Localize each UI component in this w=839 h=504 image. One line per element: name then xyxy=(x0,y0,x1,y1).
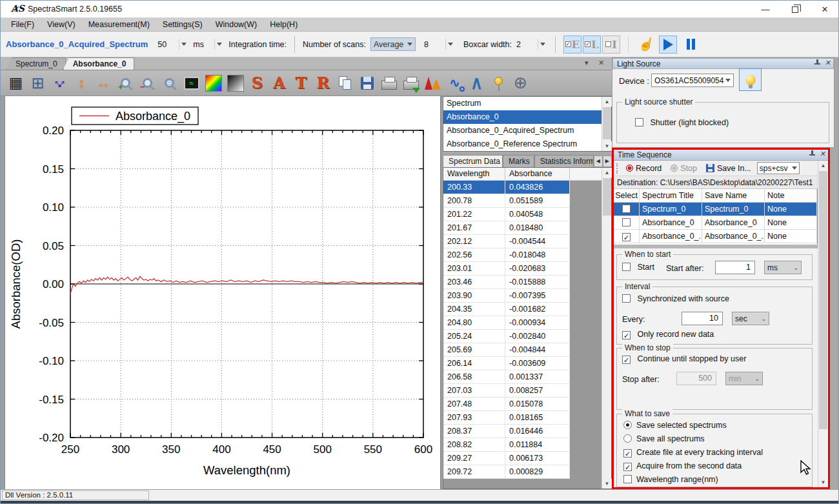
radio-0[interactable] xyxy=(623,421,632,429)
manual-acquire-button[interactable]: ☝ xyxy=(636,35,654,54)
close-panel-icon[interactable]: ✕ xyxy=(825,59,831,66)
scroll-down-icon[interactable]: ▼ xyxy=(602,141,612,151)
save-option[interactable]: ✓Create file at every tracking interval xyxy=(623,448,763,458)
scope-mode-icon[interactable]: S xyxy=(247,73,267,93)
record-button[interactable]: Record xyxy=(623,163,665,174)
grayscale-map-icon[interactable] xyxy=(225,73,245,93)
table-row[interactable]: 208.820.011884 xyxy=(443,438,570,452)
marker-icon[interactable] xyxy=(489,73,509,93)
spectrum-list-item[interactable]: Spectrum xyxy=(443,97,611,110)
checkbox-4[interactable] xyxy=(623,475,632,483)
spectrum-list-scrollbar[interactable]: ▲ ▼ xyxy=(601,97,611,151)
table-row[interactable]: 209.270.006173 xyxy=(443,452,570,465)
table-row[interactable]: 202.56-0.018048 xyxy=(443,248,570,262)
table-row[interactable]: 204.35-0.001682 xyxy=(443,303,570,316)
integration-time-dropdown-icon[interactable] xyxy=(179,39,188,50)
table-row[interactable]: 204.80-0.000934 xyxy=(443,316,570,330)
light-source-header[interactable]: Light Source ✕ xyxy=(612,58,834,69)
device-combo[interactable]: OS361AC55009054 xyxy=(651,74,734,87)
active-spectrum-link[interactable]: Absorbance_0_Acquired_Spectrum xyxy=(6,39,148,49)
zoom-in-icon[interactable]: + xyxy=(116,73,136,93)
tab-scroll-left-icon[interactable]: ◀ xyxy=(594,156,603,167)
every-unit-combo[interactable]: sec⌄ xyxy=(732,312,769,325)
checkbox-2[interactable]: ✓ xyxy=(623,449,632,458)
menu-item-window[interactable]: Window(W) xyxy=(209,19,264,30)
add-view-icon[interactable]: ⊞ xyxy=(28,73,48,93)
tabstrip-close-icon[interactable]: ✕ xyxy=(598,59,604,67)
table-row[interactable]: 205.24-0.002840 xyxy=(443,330,570,343)
table-row[interactable]: 203.01-0.020683 xyxy=(443,262,570,276)
doc-tab-absorbance_0[interactable]: Absorbance_0 xyxy=(63,57,135,70)
radio-1[interactable] xyxy=(623,434,632,443)
channel-toggle-l[interactable]: ✓L xyxy=(583,35,601,54)
menu-item-help[interactable]: Help(H) xyxy=(263,19,304,30)
time-sequence-scrollbar[interactable]: ▲ ▼ xyxy=(818,161,828,487)
select-checkbox[interactable] xyxy=(622,205,631,213)
data-table-scrollbar[interactable]: ▲ ▼ xyxy=(601,168,611,489)
table-row[interactable]: 202.12-0.004544 xyxy=(443,235,570,248)
continue-checkbox[interactable]: ✓ xyxy=(622,356,631,364)
minimize-button[interactable]: — xyxy=(751,1,780,18)
tab-marks[interactable]: Marks xyxy=(503,155,534,167)
spectrum-list-item[interactable]: Absorbance_0_Acquired_Spectrum xyxy=(443,124,611,137)
tab-spectrum-data[interactable]: Spectrum Data xyxy=(443,155,503,167)
restore-button[interactable] xyxy=(780,1,810,18)
only-new-data-checkbox[interactable]: ✓ xyxy=(622,331,631,339)
expand-vertical-icon[interactable]: ↕ xyxy=(72,73,92,93)
table-row[interactable]: 207.480.015078 xyxy=(443,398,570,411)
lamp-toggle-button[interactable] xyxy=(739,68,762,91)
measure-icon[interactable]: ∧ xyxy=(467,73,487,93)
sequence-row[interactable]: Absorbance_0Absorbance_0None xyxy=(614,216,817,230)
table-row[interactable]: 200.780.051589 xyxy=(443,194,570,208)
pin-icon[interactable] xyxy=(814,59,820,66)
peaks-icon[interactable] xyxy=(423,73,443,93)
close-panel-icon[interactable]: ✕ xyxy=(820,150,825,157)
tab-statistics-information[interactable]: Statistics Informa xyxy=(534,155,594,167)
pause-acquisition-button[interactable] xyxy=(682,35,700,54)
spectrum-list-item[interactable]: Absorbance_0 xyxy=(443,110,611,124)
scroll-down-icon[interactable]: ▼ xyxy=(602,479,612,489)
table-row[interactable]: 200.330.043826 xyxy=(443,181,570,194)
menu-item-file[interactable]: File(F) xyxy=(5,19,41,30)
start-acquisition-button[interactable] xyxy=(659,35,677,54)
print-export-icon[interactable] xyxy=(401,73,421,93)
tab-scroll-right-icon[interactable]: ▶ xyxy=(603,156,612,167)
fit-all-icon[interactable]: ↔↔ xyxy=(50,73,70,93)
table-row[interactable]: 208.370.016446 xyxy=(443,425,570,438)
channel-toggle-e[interactable]: ✓E xyxy=(563,35,581,54)
boxcar-dropdown-icon[interactable] xyxy=(538,39,547,50)
table-row[interactable]: 201.220.040548 xyxy=(443,208,570,221)
spectrum-list-item[interactable]: Absorbance_0_Reference Spectrum xyxy=(443,137,611,151)
data-table-icon[interactable]: ▦ xyxy=(6,73,26,93)
integration-unit-dropdown-icon[interactable] xyxy=(214,39,224,50)
menu-item-measurement[interactable]: Measurement(M) xyxy=(82,19,156,30)
sequence-column-spectrum-title[interactable]: Spectrum Title xyxy=(640,189,702,202)
column-header-absorbance[interactable]: Absorbance xyxy=(505,168,570,180)
close-button[interactable]: ✕ xyxy=(810,1,839,18)
boxcar-width-value[interactable]: 2 xyxy=(516,40,533,49)
table-row[interactable]: 207.930.018165 xyxy=(443,411,570,425)
zoom-window-icon[interactable] xyxy=(159,73,179,93)
scans-count-dropdown-icon[interactable] xyxy=(445,39,455,50)
select-checkbox[interactable]: ✓ xyxy=(622,233,631,241)
time-sequence-header[interactable]: Time Sequence ✕ xyxy=(614,150,828,161)
start-after-unit-combo[interactable]: ms⌄ xyxy=(764,261,802,274)
menu-item-view[interactable]: View(V) xyxy=(41,19,82,30)
tab-list-dropdown-icon[interactable]: ▾ xyxy=(585,59,589,67)
scope-view-icon[interactable]: ≈ xyxy=(181,73,201,93)
sequence-column-select[interactable]: Select xyxy=(614,189,640,202)
save-option[interactable]: ✓Acquire from the second data xyxy=(623,461,742,471)
integration-time-value[interactable]: 50 xyxy=(157,40,174,49)
scroll-up-icon[interactable]: ▲ xyxy=(602,97,612,106)
scroll-down-icon[interactable]: ▼ xyxy=(818,478,828,487)
checkbox-3[interactable]: ✓ xyxy=(623,463,632,471)
integration-unit-value[interactable]: ms xyxy=(193,40,210,49)
absorbance-chart[interactable]: 250300350400450500550600-0.20-0.15-0.10-… xyxy=(1,96,441,489)
sequence-row[interactable]: Spectrum_0Spectrum_0None xyxy=(614,203,817,216)
scans-count-value[interactable]: 8 xyxy=(424,40,441,49)
save-format-combo[interactable]: sps+csv xyxy=(757,162,800,174)
every-input[interactable]: 10 xyxy=(682,312,723,325)
synchronized-checkbox[interactable] xyxy=(622,294,631,303)
scroll-up-icon[interactable]: ▲ xyxy=(818,161,828,170)
save-icon[interactable] xyxy=(357,73,377,93)
